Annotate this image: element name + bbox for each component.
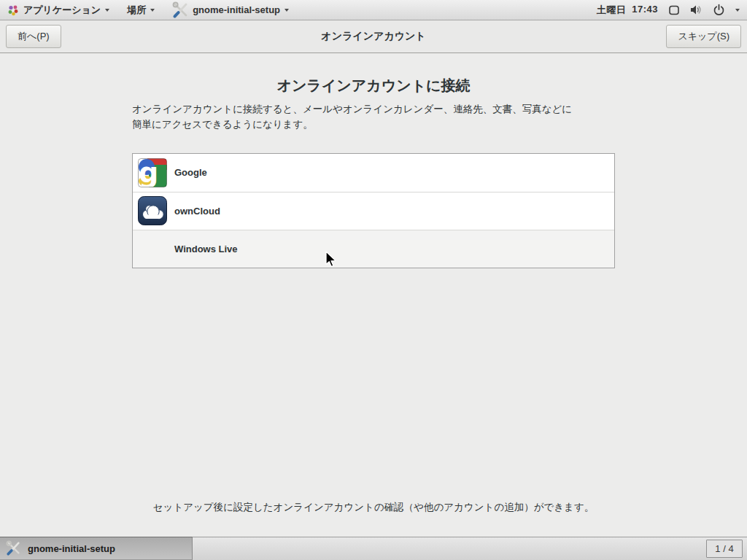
clock-time: 17:43 (632, 4, 658, 17)
chevron-down-icon (150, 9, 155, 12)
page-description: オンラインアカウントに接続すると、メールやオンラインカレンダー、連絡先、文書、写… (132, 102, 615, 133)
power-icon[interactable] (713, 4, 725, 16)
back-button[interactable]: 前へ(P) (6, 25, 61, 48)
skip-button[interactable]: スキップ(S) (666, 25, 741, 48)
taskbar-window-button[interactable]: gnome-initial-setup (0, 537, 193, 560)
provider-label: Google (174, 167, 207, 178)
app-menu-label: gnome-initial-setup (193, 4, 280, 15)
page-heading: オンラインアカウントに接続 (0, 53, 747, 96)
provider-row-google[interactable]: g Google (133, 154, 614, 192)
top-panel: アプリケーション 場所 gnome-initial-setup 土曜日 17:4… (0, 0, 747, 20)
taskbar-window-label: gnome-initial-setup (28, 543, 115, 554)
applications-menu[interactable]: アプリケーション (7, 4, 109, 17)
online-accounts-page: オンラインアカウントに接続 オンラインアカウントに接続すると、メールやオンライン… (0, 53, 747, 536)
account-provider-list: g Google (132, 153, 615, 268)
bottom-taskbar: gnome-initial-setup 1 / 4 (0, 537, 747, 560)
applications-grid-icon (7, 4, 19, 16)
places-menu-label: 場所 (127, 4, 146, 17)
provider-label: Windows Live (174, 244, 238, 254)
app-menu-gnome-initial-setup[interactable]: gnome-initial-setup (172, 1, 289, 19)
footer-hint: セットアップ後に設定したオンラインアカウントの確認（や他のアカウントの追加）がで… (0, 501, 747, 514)
display-icon[interactable] (668, 4, 680, 16)
volume-icon[interactable] (690, 4, 703, 15)
places-menu[interactable]: 場所 (127, 4, 155, 17)
owncloud-logo-icon (138, 196, 167, 225)
google-logo-icon: g (138, 158, 167, 187)
workspace-switcher[interactable]: 1 / 4 (706, 540, 743, 558)
chevron-down-icon (105, 9, 109, 12)
chevron-down-icon (285, 9, 289, 12)
provider-row-windows-live[interactable]: Windows Live (133, 230, 614, 268)
system-menu-caret-icon[interactable] (735, 9, 740, 12)
svg-text:g: g (139, 158, 158, 187)
description-line: 簡単にアクセスできるようになります。 (132, 117, 615, 133)
headerbar: 前へ(P) オンラインアカウント スキップ(S) (0, 20, 747, 53)
setup-tools-icon (172, 1, 190, 19)
page-title: オンラインアカウント (0, 30, 747, 43)
applications-menu-label: アプリケーション (23, 4, 101, 17)
clock-date: 土曜日 (597, 4, 627, 17)
panel-status-area: 土曜日 17:43 (597, 4, 740, 17)
clock[interactable]: 土曜日 17:43 (597, 4, 658, 17)
desktop: アプリケーション 場所 gnome-initial-setup 土曜日 17:4… (0, 0, 747, 560)
provider-label: ownCloud (174, 206, 220, 217)
provider-row-owncloud[interactable]: ownCloud (133, 192, 614, 230)
description-line: オンラインアカウントに接続すると、メールやオンラインカレンダー、連絡先、文書、写… (132, 102, 615, 117)
setup-tools-icon (6, 540, 22, 556)
